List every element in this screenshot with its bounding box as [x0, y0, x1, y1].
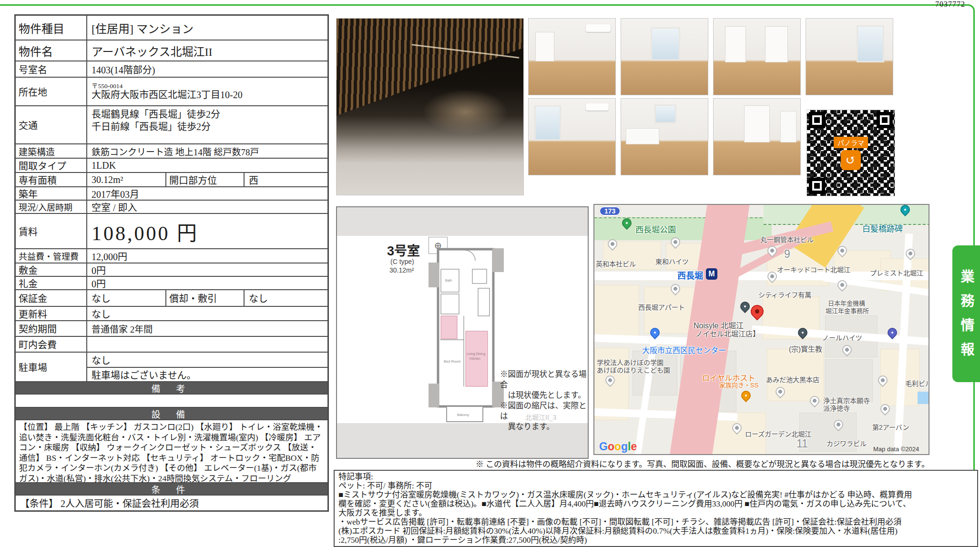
photo-door [765, 26, 788, 62]
notes-title: 特記事項: [338, 472, 973, 481]
occupancy-status: 空室 / 即入 [87, 201, 327, 213]
town-fee [87, 337, 327, 352]
table-row [16, 394, 327, 407]
photo-corridor-glow [422, 89, 508, 135]
photo-kitchen-1[interactable] [621, 98, 708, 175]
room-number: 1403(14階部分) [87, 61, 327, 77]
parking-cell: なし 駐車場はございません。 [87, 353, 327, 381]
row-label: 所在地 [16, 78, 87, 105]
map-label: 9 [784, 248, 790, 261]
deposit: 0円 [87, 263, 327, 276]
photo-room-1[interactable] [528, 18, 616, 95]
qr-finder [809, 178, 825, 194]
map-label: あみだ池大黒本店 [766, 375, 819, 384]
svg-text:Living Dining: Living Dining [467, 352, 485, 356]
table-row: 専有面積 30.12m² 開口部方位 西 [16, 172, 327, 186]
table-row: 駐車場 なし 駐車場はございません。 [16, 352, 327, 381]
conditions-text: 【条件】 2人入居可能・保証会社利用必須 [16, 496, 327, 510]
business-info-tab-label: 業務情報 [956, 262, 976, 366]
photo-hallway-1[interactable] [713, 18, 801, 95]
table-row: 物件名アーバネックス北堀江II [16, 40, 327, 61]
row-label: 敷金 [16, 263, 87, 276]
notes-line: :2,750円(税込/月額) ・鍵ローテーション作業費:27,500円(税込/契… [338, 536, 973, 545]
map-label: (宗)寳生教 [789, 344, 822, 354]
row-label: 賃料 [16, 214, 87, 248]
photo-room-3[interactable] [806, 18, 893, 95]
map-label: 西長堀公園 [635, 223, 676, 235]
row-label: 保証金 [16, 290, 87, 306]
table-row: 賃料108,000 円 [16, 213, 327, 248]
photo-window [857, 25, 884, 62]
map-water [918, 392, 929, 404]
panorama-label: パノラマ [834, 137, 868, 148]
section-header-row: 設 備 [16, 407, 327, 419]
section-header-row: 備 考 [16, 381, 327, 394]
floorplan-drawing: Bath Bed Room Living Dining Kitchen Balc… [423, 244, 509, 425]
row-label: 礼金 [16, 277, 87, 289]
svg-text:Kitchen: Kitchen [470, 357, 480, 360]
parking-value: なし [87, 353, 327, 367]
qr-finder [809, 112, 825, 128]
map-label: 毛利ビル [905, 378, 929, 388]
map-label: プレミスト北堀江 [870, 268, 923, 277]
photo-ac-unit [586, 24, 611, 32]
photo-hallway-2[interactable] [713, 98, 801, 175]
property-name: アーバネックス北堀江II [87, 41, 327, 61]
notes-line: 大阪ガスを推奨します。 [338, 508, 973, 517]
map-canvas[interactable]: 173 M Google Map data ©2024 西長堀公園白髪橋跡碑丸一… [593, 204, 929, 455]
floorplan-type: (C type) [390, 258, 414, 265]
photo-cabinet [626, 128, 659, 144]
photo-room-4[interactable] [528, 98, 616, 175]
map-label: オーキッドコート北堀江 [777, 264, 850, 274]
map-label: ローズガーデン北堀江 [745, 429, 811, 438]
table-row: 保証金 なし 償却・敷引 なし [16, 289, 327, 306]
section-header-row: 条 件 [16, 482, 327, 495]
address: 大阪府大阪市西区北堀江3丁目10-20 [92, 90, 243, 101]
map-label: 西長堀 [677, 269, 703, 281]
svg-text:Balcony: Balcony [457, 413, 469, 417]
table-row: 交通 長堀鶴見線「西長堀」徒歩2分千日前線「西長堀」徒歩2分 [16, 105, 327, 143]
transport-line2: 千日前線「西長堀」徒歩2分 [92, 121, 211, 133]
table-row: 礼金0円 [16, 276, 327, 289]
key-money: 0円 [87, 277, 327, 289]
floorplan-note-line: は現状優先とします。 [500, 390, 588, 401]
parking-note: 駐車場はございません。 [87, 367, 327, 381]
floorplan-note-line: ※図面が現状と異なる場合 [500, 369, 588, 390]
photo-window [651, 27, 680, 61]
row-label: 償却・敷引 [166, 290, 245, 306]
panorama-qr-code[interactable]: パノラマ ↺ [806, 110, 895, 196]
row-label: 築年 [16, 187, 87, 200]
notes-line: ■ミストサウナ付浴室暖房乾燥機(ミストカワック)・ガス温水床暖房(ヌック)・ホー… [338, 490, 973, 499]
route-shield-173: 173 [599, 206, 621, 216]
notes-line: (株)エポスカード 初回保証料:月額総賃料の30%(法人40%)以降月次保証料:… [338, 527, 973, 536]
row-label: 現況/入居時期 [16, 201, 87, 213]
special-notes-box: 特記事項: ペット: 不可/ 事務所: 不可 ■ミストサウナ付浴室暖房乾燥機(ミ… [334, 470, 978, 547]
row-label: 開口部方位 [166, 173, 245, 186]
map-pin-slate[interactable] [738, 300, 752, 313]
floorplan-panel: 3号室 (C type) 30.12m² ⊕ Bath Bed Room Liv… [336, 206, 589, 459]
qr-finder [877, 112, 893, 128]
google-logo: Google [599, 440, 637, 453]
row-label: 共益費・管理費 [16, 249, 87, 263]
photo-entrance-main[interactable] [336, 18, 524, 195]
transport-cell: 長堀鶴見線「西長堀」徒歩2分千日前線「西長堀」徒歩2分 [87, 106, 327, 143]
map-label: 家族向き・SS [719, 380, 758, 389]
row-label: 町内会費 [16, 337, 87, 352]
transport-line1: 長堀鶴見線「西長堀」徒歩2分 [92, 108, 220, 121]
rent-amount: 108,000 円 [87, 214, 327, 248]
map-label: 11 [796, 437, 808, 450]
map-pin-orangep[interactable] [739, 389, 753, 402]
floor-area: 30.12m² [87, 173, 166, 186]
floorplan-top-band [337, 207, 588, 236]
row-label: 契約期間 [16, 321, 87, 336]
business-info-tab[interactable]: 業務情報 [952, 245, 980, 382]
floorplan-notes: ※図面が現状と異なる場合 は現状優先とします。 ※図面の縮尺は、実際とは 異なり… [500, 369, 588, 432]
table-row: 間取タイプ1LDK [16, 158, 327, 172]
photo-room-2[interactable] [621, 18, 708, 95]
row-label: 更新料 [16, 307, 87, 320]
map-label: 英和本社ビル [596, 259, 636, 268]
row-label: 建築構造 [16, 144, 87, 158]
floorplan-watermark: 北堀江II_3 [525, 412, 556, 422]
notes-line: ・webサービス広告掲載 [許可]・転載事前連絡 [不要]・画像の転載 [不可]… [338, 517, 973, 527]
conditions-header: 条 件 [16, 483, 327, 495]
